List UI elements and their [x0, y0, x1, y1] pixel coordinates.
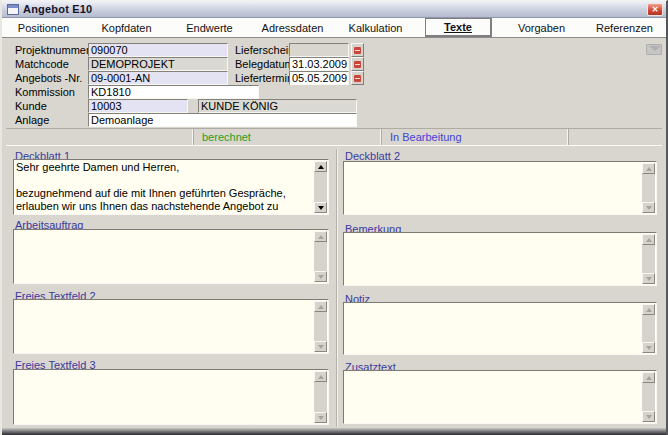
kommission-label: Kommission: [15, 86, 87, 99]
scroll-up-button[interactable]: [642, 304, 655, 315]
status-state-label: In Bearbeitung: [390, 131, 462, 143]
arrow-up-icon: [646, 376, 652, 380]
angebot-window: Angebot E10 ✕ Positionen Kopfdaten Endwe…: [0, 0, 668, 435]
tab-endwerte[interactable]: Endwerte: [168, 20, 251, 36]
scroll-down-button[interactable]: [314, 341, 327, 352]
status-segment-empty-2: [569, 129, 662, 145]
lieferscheindatum-picker-button[interactable]: [351, 43, 364, 57]
deckblatt2-textarea[interactable]: [343, 161, 657, 215]
arrow-up-icon: [318, 305, 324, 309]
tab-adressdaten[interactable]: Adressdaten: [251, 20, 334, 36]
tab-kopfdaten[interactable]: Kopfdaten: [85, 20, 168, 36]
kunde-name-field[interactable]: KUNDE KÖNIG: [198, 99, 357, 113]
scroll-down-button[interactable]: [642, 202, 655, 213]
arrow-down-icon: [318, 275, 324, 279]
angebotsnr-label: Angebots -Nr.: [15, 72, 87, 85]
liefertermin-label: Liefertermin: [235, 72, 289, 85]
arrow-up-icon: [646, 167, 652, 171]
matchcode-field[interactable]: DEMOPROJEKT: [88, 57, 228, 71]
deckblatt1-text: Sehr geehrte Damen und Herren, bezugnehm…: [16, 161, 313, 213]
calendar-icon: [354, 75, 361, 82]
kommission-field[interactable]: KD1810: [88, 85, 259, 99]
arrow-up-icon: [646, 238, 652, 242]
scroll-down-button[interactable]: [314, 202, 327, 213]
arrow-down-icon: [318, 345, 324, 349]
status-segment-empty-1: [6, 129, 194, 145]
scroll-up-button[interactable]: [314, 161, 327, 172]
scrollbar[interactable]: [642, 234, 655, 284]
tab-bar: Positionen Kopfdaten Endwerte Adressdate…: [2, 18, 666, 38]
content-area: Projektnummer 090070 Matchcode DEMOPROJE…: [2, 38, 666, 429]
status-state: In Bearbeitung: [382, 129, 569, 145]
projektnummer-field[interactable]: 090070: [88, 43, 228, 57]
scrollbar[interactable]: [314, 161, 327, 213]
status-calculation: berechnet: [194, 129, 382, 145]
status-bar: berechnet In Bearbeitung: [6, 128, 662, 146]
matchcode-label: Matchcode: [15, 58, 87, 71]
scroll-up-button[interactable]: [314, 301, 327, 312]
tab-positionen[interactable]: Positionen: [2, 20, 85, 36]
close-button[interactable]: ✕: [647, 3, 663, 16]
tab-texte[interactable]: Texte: [425, 18, 492, 37]
lieferscheindatum-field[interactable]: [289, 43, 349, 57]
status-calculation-label: berechnet: [202, 131, 251, 143]
tab-referenzen[interactable]: Referenzen: [583, 20, 666, 36]
arrow-up-icon: [318, 235, 324, 239]
arrow-down-icon: [318, 206, 324, 210]
belegdatum-picker-button[interactable]: [351, 57, 364, 71]
freies-textfeld2-text: [16, 301, 313, 352]
scroll-up-button[interactable]: [642, 163, 655, 174]
arrow-up-icon: [318, 375, 324, 379]
belegdatum-label: Belegdatum: [235, 58, 289, 71]
close-icon: ✕: [652, 5, 659, 14]
scroll-down-button[interactable]: [314, 412, 327, 423]
belegdatum-field[interactable]: 31.03.2009: [289, 57, 349, 71]
arrow-up-icon: [318, 165, 324, 169]
column-divider: [336, 149, 337, 427]
freies-textfeld2-textarea[interactable]: [13, 299, 329, 354]
liefertermin-picker-button[interactable]: [351, 71, 364, 85]
lieferscheindatum-label: Lieferscheind.: [235, 44, 289, 57]
scroll-up-button[interactable]: [314, 371, 327, 382]
angebotsnr-field[interactable]: 09-0001-AN: [88, 71, 228, 85]
zusatztext-textarea[interactable]: [343, 370, 657, 424]
calendar-icon: [354, 61, 361, 68]
kunde-nummer-field[interactable]: 10003: [88, 99, 188, 113]
anlage-field[interactable]: Demoanlage: [88, 113, 357, 127]
scrollbar[interactable]: [314, 301, 327, 352]
titlebar: Angebot E10 ✕: [2, 1, 666, 18]
arrow-down-icon: [646, 206, 652, 210]
anlage-label: Anlage: [15, 114, 87, 127]
notiz-textarea[interactable]: [343, 302, 657, 355]
tab-vorgaben[interactable]: Vorgaben: [500, 20, 583, 36]
deckblatt1-textarea[interactable]: Sehr geehrte Damen und Herren, bezugnehm…: [13, 159, 329, 215]
scroll-down-button[interactable]: [642, 342, 655, 353]
arrow-down-icon: [646, 277, 652, 281]
tab-kalkulation[interactable]: Kalkulation: [334, 20, 417, 36]
bemerkung-textarea[interactable]: [343, 232, 657, 286]
scroll-down-button[interactable]: [642, 411, 655, 422]
envelope-icon[interactable]: [646, 44, 662, 55]
scroll-up-button[interactable]: [642, 234, 655, 245]
scrollbar[interactable]: [642, 163, 655, 213]
scrollbar[interactable]: [314, 371, 327, 423]
freies-textfeld3-text: [16, 371, 313, 423]
scrollbar[interactable]: [642, 304, 655, 353]
arbeitsauftrag-textarea[interactable]: [13, 229, 329, 284]
scroll-up-button[interactable]: [642, 372, 655, 383]
window-icon: [7, 4, 19, 15]
calendar-icon: [354, 47, 361, 54]
arrow-down-icon: [646, 346, 652, 350]
kunde-label: Kunde: [15, 100, 87, 113]
scroll-down-button[interactable]: [314, 271, 327, 282]
window-bottom-edge: [2, 428, 666, 435]
scrollbar[interactable]: [642, 372, 655, 422]
liefertermin-field[interactable]: 05.05.2009: [289, 71, 349, 85]
bemerkung-text: [346, 234, 641, 284]
freies-textfeld3-textarea[interactable]: [13, 369, 329, 425]
arbeitsauftrag-text: [16, 231, 313, 282]
scroll-up-button[interactable]: [314, 231, 327, 242]
scrollbar[interactable]: [314, 231, 327, 282]
projektnummer-label: Projektnummer: [15, 44, 87, 57]
scroll-down-button[interactable]: [642, 273, 655, 284]
